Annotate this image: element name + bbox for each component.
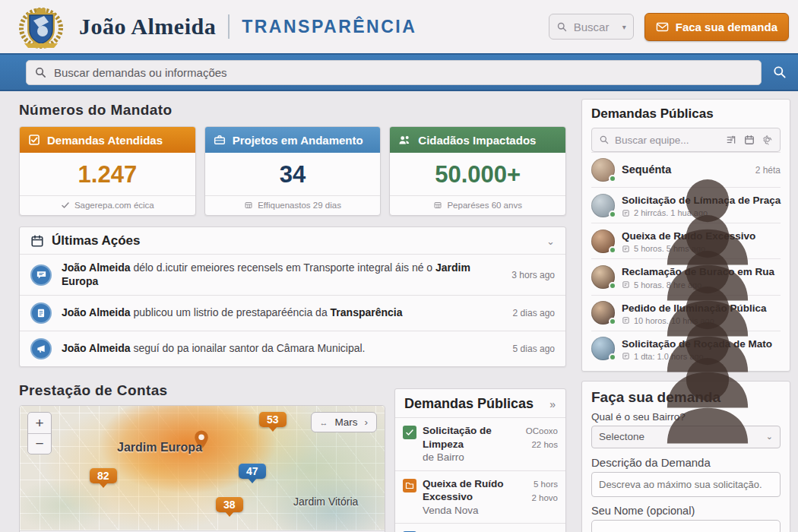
header: João Almeida TRANSPARÊNCIA Buscar ▾ Faca… <box>0 0 798 53</box>
stat-label: Demandas Atendidas <box>47 134 163 147</box>
demand-meta: 5 hors <box>534 480 558 489</box>
search-icon <box>34 66 47 79</box>
demand-location: de Bairro <box>423 451 464 463</box>
demand-item[interactable]: Queixa de Ruído ExcessivoVenda Nova 5 ho… <box>395 470 565 524</box>
online-status-dot <box>609 175 616 182</box>
map-panel: + − ↔ Mars › 53 82 47 38 <box>19 405 385 532</box>
stat-footnote: Peparéses 60 anvs <box>447 201 521 210</box>
title-divider <box>228 14 230 39</box>
action-row[interactable]: João Almeida publicou um listrio de pres… <box>20 295 565 331</box>
grid-icon <box>244 201 253 210</box>
expand-icon[interactable]: » <box>549 398 556 410</box>
transparency-portal: João Almeida TRANSPARÊNCIA Buscar ▾ Faca… <box>0 0 798 532</box>
avatar <box>591 230 615 253</box>
stat-value: 34 <box>205 153 381 195</box>
action-row[interactable]: João Almeida seguí do pa ionailar santor… <box>20 331 565 366</box>
zoom-out-button[interactable]: − <box>28 433 51 454</box>
global-search-bar: Buscar demandas ou informações <box>0 53 798 91</box>
map-marker-82[interactable]: 82 <box>90 468 117 483</box>
person-icon <box>594 339 798 453</box>
map-month-control[interactable]: ↔ Mars › <box>311 412 378 432</box>
search-submit-icon[interactable] <box>772 65 787 80</box>
map-area-label: Jardim Europa <box>117 441 202 454</box>
check-icon <box>61 201 70 210</box>
city-map[interactable]: + − ↔ Mars › 53 82 47 38 <box>20 406 385 530</box>
map-zoom-control: + − <box>27 412 52 454</box>
check-square-icon <box>28 134 40 146</box>
faca-sua-demanda-button[interactable]: Faca sua demanda <box>644 13 789 41</box>
month-label: Mars <box>335 416 358 428</box>
demand-meta: 22 hos <box>531 440 558 449</box>
action-text: délo d.icutir emeiores recensels em Tran… <box>133 261 432 274</box>
folder-icon <box>405 481 414 490</box>
demand-title: Queixa de Ruído Excessivo <box>423 478 504 503</box>
arrows-icon: ↔ <box>320 418 328 427</box>
demandas-title: Demandas Públicas <box>404 396 534 412</box>
cta-label: Faca sua demanda <box>676 21 777 33</box>
global-search-input[interactable]: Buscar demandas ou informações <box>26 60 762 85</box>
sidebar-title: Demandas Públicas <box>591 106 781 122</box>
briefcase-icon <box>214 134 226 146</box>
demandas-publicas-panel: Demandas Públicas » Solicitação de Limpe… <box>394 388 566 532</box>
descricao-label: Descrição da Demanda <box>591 456 781 469</box>
stat-label: Projetos em Andamento <box>233 134 363 147</box>
megaphone-icon <box>36 344 46 354</box>
chevron-right-icon: › <box>365 416 369 428</box>
header-search-label: Buscar <box>574 21 610 33</box>
header-search-dropdown[interactable]: Buscar ▾ <box>549 14 634 40</box>
gear-icon[interactable] <box>762 135 773 145</box>
action-row[interactable]: João Almeida délo d.icutir emeiores rece… <box>20 254 565 295</box>
site-title: João Almeida <box>79 14 216 40</box>
section-title-numeros: Números do Mandato <box>19 102 566 119</box>
action-time: 3 hors ago <box>505 270 555 280</box>
demand-title: Solicitação de Limpeza <box>423 425 492 450</box>
nome-input[interactable] <box>591 520 781 532</box>
stat-card-cidadaos: Cidadãos Impactados 50.000+ Peparéses 60… <box>389 126 566 216</box>
sidebar-search-input[interactable]: Buscar equipe... <box>591 128 781 152</box>
chat-bubble-icon <box>36 269 47 280</box>
map-marker-47[interactable]: 47 <box>239 464 266 479</box>
action-author: João Almeida <box>62 342 131 354</box>
sidebar-list-item[interactable]: Sequénta 2 héta <box>591 152 781 187</box>
action-highlight: Transparência <box>331 306 403 318</box>
action-text: seguí do pa ionailar santor da Câmara Mu… <box>133 342 365 354</box>
zoom-in-button[interactable]: + <box>28 413 51 433</box>
site-brand: TRANSPARÊNCIA <box>242 17 416 37</box>
action-text: publicou um listrio de prestaparééncia d… <box>133 306 327 318</box>
calendar-icon[interactable] <box>744 135 755 145</box>
avatar <box>591 265 615 289</box>
stat-cards: Demandas Atendidas 1.247 Sagerepa.com éc… <box>19 126 566 216</box>
online-status-dot <box>609 211 616 218</box>
search-icon <box>556 21 568 33</box>
action-time: 5 dias ago <box>507 344 555 354</box>
map-marker-53[interactable]: 53 <box>259 412 287 427</box>
filter-icon[interactable] <box>726 135 736 145</box>
demand-item[interactable]: Reclamação de Buraco emRua, Jardim Europ… <box>395 523 565 532</box>
demand-meta: OCooxo <box>526 426 558 435</box>
users-icon <box>398 134 411 147</box>
chevron-down-icon: ▾ <box>622 23 626 31</box>
stat-label: Cidadãos Impactados <box>418 134 536 147</box>
stat-value: 1.247 <box>20 153 195 195</box>
avatar <box>591 158 615 182</box>
sidebar-demandas-panel: Demandas Públicas Buscar equipe... Sequé… <box>581 99 790 372</box>
action-author: João Almeida <box>62 306 131 318</box>
envelope-icon <box>656 21 669 33</box>
check-square-icon <box>405 428 414 437</box>
online-status-dot <box>609 246 616 254</box>
stat-footnote: Sagerepa.com écica <box>74 201 154 210</box>
stat-value: 50.000+ <box>390 153 565 195</box>
demand-item[interactable]: Solicitação de Limpezade Bairro OCooxo22… <box>395 417 565 470</box>
descricao-input[interactable] <box>591 472 781 497</box>
map-marker-38[interactable]: 38 <box>216 497 243 512</box>
document-icon <box>36 308 46 318</box>
sidebar-search-placeholder: Buscar equipe... <box>615 135 720 146</box>
chevron-down-icon[interactable]: ⌄ <box>546 236 555 247</box>
demand-meta: 2 hovo <box>531 493 558 502</box>
map-area-label: Jardim Vitória <box>293 496 358 508</box>
section-title-prestacao: Prestação de Contas <box>19 382 385 399</box>
avatar <box>591 194 615 217</box>
ultimas-acoes-panel: Últimas Açóes ⌄ João Almeida délo d.icut… <box>19 226 566 367</box>
avatar <box>591 337 615 360</box>
demand-location: Venda Nova <box>423 505 479 516</box>
